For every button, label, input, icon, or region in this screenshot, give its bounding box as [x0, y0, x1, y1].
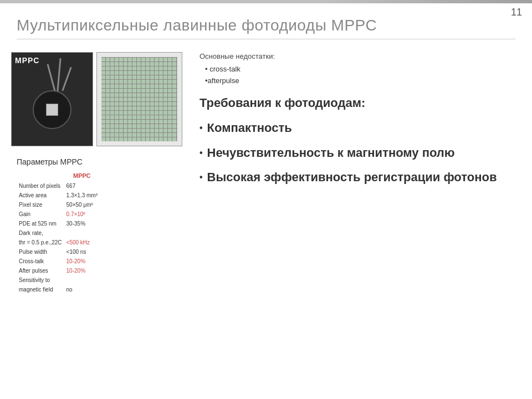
requirement-text: Высокая эффективность регистрации фотоно… [207, 170, 497, 186]
mppc-pin-2 [57, 58, 61, 91]
param-value: <500 kHz [64, 238, 100, 247]
mppc-pin-3 [62, 67, 71, 91]
top-bar [0, 0, 532, 3]
param-value: 10-20% [64, 266, 100, 275]
param-value: 667 [64, 181, 100, 191]
content-area: MPPC Параметры МРРС МРРС [0, 50, 532, 399]
requirements-section: Требования к фотодиодам: • Компактность … [200, 96, 515, 186]
title-section: Мультипиксельные лавинные фотодиоды МРРС [17, 17, 515, 39]
param-label: Number of pixels [17, 181, 64, 191]
param-value: <100 ns [64, 247, 100, 257]
table-row: magnetic field no [17, 285, 100, 294]
param-value: 10-20% [64, 257, 100, 266]
param-value: no [64, 285, 100, 294]
table-row: Number of pixels 667 [17, 181, 100, 191]
mppc-chip-square [46, 104, 58, 116]
param-value [64, 275, 100, 285]
param-label: Pixel size [17, 200, 64, 209]
requirement-item-3: • Высокая эффективность регистрации фото… [200, 170, 515, 186]
param-value: 50×50 μm² [64, 200, 100, 209]
table-row: PDE at 525 nm 30-35% [17, 219, 100, 228]
mppc-photo: MPPC [11, 52, 93, 146]
param-value [64, 228, 100, 238]
table-row: Active area 1.3×1.3 mm² [17, 191, 100, 200]
bullet-icon: • [205, 76, 208, 85]
params-table: МРРС Number of pixels 667 Active area 1.… [17, 171, 100, 294]
table-header-row: МРРС [17, 171, 100, 181]
disadvantage-item-1: • cross-talk [205, 65, 515, 73]
param-label: magnetic field [17, 285, 64, 294]
param-label: Sensitivity to [17, 275, 64, 285]
requirement-item-2: • Нечувствительность к магнитному полю [200, 145, 515, 161]
table-row: Pixel size 50×50 μm² [17, 200, 100, 209]
grid-inner [101, 57, 177, 141]
bullet-icon: • [205, 65, 208, 73]
bullet-icon: • [200, 172, 203, 183]
param-value: 1.3×1.3 mm² [64, 191, 100, 200]
table-row: Pulse width <100 ns [17, 247, 100, 257]
mppc-label: MPPC [15, 56, 39, 65]
param-value: 0.7×10⁶ [64, 209, 100, 219]
table-header-mppc: МРРС [64, 171, 100, 181]
param-label: Active area [17, 191, 64, 200]
page-title: Мультипиксельные лавинные фотодиоды МРРС [17, 17, 515, 39]
right-column: Основные недостатки: • cross-talk •after… [188, 50, 532, 399]
table-row: Gain 0.7×10⁶ [17, 209, 100, 219]
bullet-icon: • [200, 122, 203, 134]
table-row: After pulses 10-20% [17, 266, 100, 275]
requirement-item-1: • Компактность [200, 120, 515, 136]
images-row: MPPC [11, 52, 188, 146]
disadvantage-item-2: •afterpulse [205, 76, 515, 85]
left-column: MPPC Параметры МРРС МРРС [0, 50, 188, 399]
mppc-chip-body [33, 90, 71, 129]
table-row: Sensitivity to [17, 275, 100, 285]
mppc-pin-1 [47, 64, 56, 91]
requirement-text: Компактность [207, 120, 292, 136]
param-label: PDE at 525 nm [17, 219, 64, 228]
requirements-title: Требования к фотодиодам: [200, 96, 515, 110]
param-label: Cross-talk [17, 257, 64, 266]
param-label: Dark rate, [17, 228, 64, 238]
params-section: Параметры МРРС МРРС Number of pixels 667… [17, 157, 188, 294]
param-value: 30-35% [64, 219, 100, 228]
param-label: thr = 0.5 p.e.,22C [17, 238, 64, 247]
bullet-icon: • [200, 147, 203, 159]
param-label: Pulse width [17, 247, 64, 257]
grid-photo [96, 52, 182, 146]
param-label: Gain [17, 209, 64, 219]
table-row: thr = 0.5 p.e.,22C <500 kHz [17, 238, 100, 247]
requirement-text: Нечувствительность к магнитному полю [207, 145, 455, 161]
params-title: Параметры МРРС [17, 157, 188, 166]
table-row: Dark rate, [17, 228, 100, 238]
param-label: After pulses [17, 266, 64, 275]
disadvantages-box: Основные недостатки: • cross-talk •after… [200, 52, 515, 85]
disadvantages-title: Основные недостатки: [200, 52, 515, 60]
table-row: Cross-talk 10-20% [17, 257, 100, 266]
